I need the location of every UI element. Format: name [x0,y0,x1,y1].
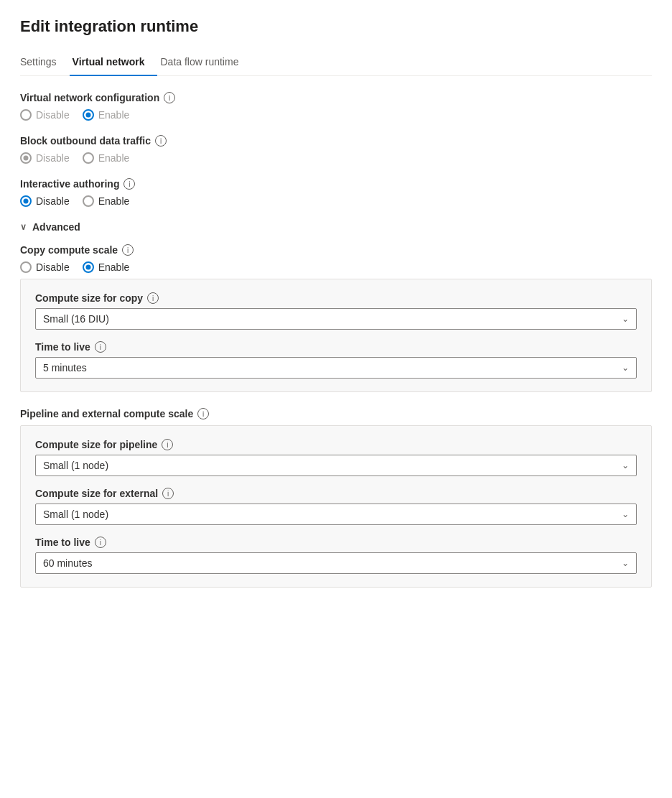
page-title: Edit integration runtime [20,17,652,36]
compute-size-external-field: Compute size for external i Small (1 nod… [35,488,637,525]
copy-compute-scale-disable-option[interactable]: Disable [20,261,70,273]
interactive-authoring-label: Interactive authoring i [20,178,652,190]
compute-size-pipeline-label: Compute size for pipeline i [35,439,637,450]
interactive-authoring-enable-option[interactable]: Enable [83,195,130,207]
compute-size-copy-value: Small (16 DIU) [43,313,109,325]
pipeline-external-scale-section: Pipeline and external compute scale i Co… [20,408,652,588]
virtual-network-config-radio-group: Disable Enable [20,109,652,121]
virtual-network-disable-option[interactable]: Disable [20,109,70,121]
block-outbound-section: Block outbound data traffic i Disable En… [20,135,652,164]
compute-size-pipeline-dropdown-arrow-icon: ⌄ [622,460,629,470]
copy-compute-scale-subsection: Compute size for copy i Small (16 DIU) ⌄… [20,279,652,392]
interactive-authoring-info-icon[interactable]: i [123,178,135,190]
advanced-toggle-label: Advanced [32,221,80,233]
advanced-toggle[interactable]: ∨ Advanced [20,221,652,233]
time-to-live-copy-label: Time to live i [35,341,637,353]
block-outbound-label: Block outbound data traffic i [20,135,652,147]
interactive-authoring-disable-option[interactable]: Disable [20,195,70,207]
copy-compute-scale-section: Copy compute scale i Disable Enable Comp… [20,244,652,392]
virtual-network-disable-label: Disable [36,109,70,121]
block-outbound-disable-radio[interactable] [20,152,32,164]
time-to-live-copy-value: 5 minutes [43,362,87,374]
time-to-live-pipeline-dropdown[interactable]: 60 minutes ⌄ [35,552,637,574]
interactive-authoring-enable-radio[interactable] [83,195,94,207]
time-to-live-pipeline-value: 60 minutes [43,557,92,569]
time-to-live-pipeline-field: Time to live i 60 minutes ⌄ [35,537,637,574]
time-to-live-copy-field: Time to live i 5 minutes ⌄ [35,341,637,379]
interactive-authoring-radio-group: Disable Enable [20,195,652,207]
compute-size-pipeline-info-icon[interactable]: i [162,439,173,450]
virtual-network-enable-option[interactable]: Enable [83,109,130,121]
compute-size-pipeline-value: Small (1 node) [43,460,108,471]
compute-size-external-value: Small (1 node) [43,509,108,520]
compute-size-external-info-icon[interactable]: i [162,488,174,499]
interactive-authoring-enable-label: Enable [98,195,130,207]
block-outbound-enable-option[interactable]: Enable [83,152,130,164]
tab-settings[interactable]: Settings [20,49,70,76]
interactive-authoring-disable-label: Disable [36,195,70,207]
compute-size-copy-info-icon[interactable]: i [147,292,159,304]
copy-compute-scale-disable-radio[interactable] [20,261,32,273]
virtual-network-enable-radio[interactable] [83,109,94,121]
tab-virtual-network[interactable]: Virtual network [70,49,158,76]
compute-size-pipeline-dropdown[interactable]: Small (1 node) ⌄ [35,455,637,476]
time-to-live-pipeline-dropdown-arrow-icon: ⌄ [622,558,629,568]
compute-size-copy-field: Compute size for copy i Small (16 DIU) ⌄ [35,292,637,330]
time-to-live-copy-dropdown[interactable]: 5 minutes ⌄ [35,357,637,379]
compute-size-pipeline-field: Compute size for pipeline i Small (1 nod… [35,439,637,476]
time-to-live-copy-dropdown-arrow-icon: ⌄ [622,363,629,373]
tab-data-flow-runtime[interactable]: Data flow runtime [157,49,251,76]
time-to-live-copy-info-icon[interactable]: i [95,341,106,353]
block-outbound-disable-option[interactable]: Disable [20,152,70,164]
interactive-authoring-section: Interactive authoring i Disable Enable [20,178,652,207]
copy-compute-scale-disable-label: Disable [36,261,70,273]
block-outbound-disable-label: Disable [36,152,70,164]
compute-size-external-label: Compute size for external i [35,488,637,499]
pipeline-external-scale-info-icon[interactable]: i [197,408,209,419]
copy-compute-scale-enable-radio[interactable] [83,261,94,273]
interactive-authoring-disable-radio[interactable] [20,195,32,207]
block-outbound-enable-label: Enable [98,152,130,164]
copy-compute-scale-enable-option[interactable]: Enable [83,261,130,273]
virtual-network-config-label: Virtual network configuration i [20,92,652,103]
compute-size-copy-label: Compute size for copy i [35,292,637,304]
virtual-network-config-section: Virtual network configuration i Disable … [20,92,652,121]
copy-compute-scale-info-icon[interactable]: i [122,244,134,256]
tab-bar: Settings Virtual network Data flow runti… [20,49,652,76]
virtual-network-enable-label: Enable [98,109,130,121]
pipeline-external-scale-subsection: Compute size for pipeline i Small (1 nod… [20,425,652,588]
block-outbound-enable-radio[interactable] [83,152,94,164]
compute-size-copy-dropdown-arrow-icon: ⌄ [622,314,629,324]
virtual-network-disable-radio[interactable] [20,109,32,121]
copy-compute-scale-radio-group: Disable Enable [20,261,652,273]
compute-size-external-dropdown-arrow-icon: ⌄ [622,509,629,519]
advanced-chevron-icon: ∨ [20,222,27,232]
time-to-live-pipeline-label: Time to live i [35,537,637,548]
copy-compute-scale-label: Copy compute scale i [20,244,652,256]
block-outbound-radio-group: Disable Enable [20,152,652,164]
compute-size-external-dropdown[interactable]: Small (1 node) ⌄ [35,504,637,525]
pipeline-external-scale-label: Pipeline and external compute scale i [20,408,652,419]
block-outbound-info-icon[interactable]: i [155,135,167,147]
compute-size-copy-dropdown[interactable]: Small (16 DIU) ⌄ [35,308,637,330]
copy-compute-scale-enable-label: Enable [98,261,130,273]
virtual-network-config-info-icon[interactable]: i [164,92,175,103]
time-to-live-pipeline-info-icon[interactable]: i [95,537,106,548]
